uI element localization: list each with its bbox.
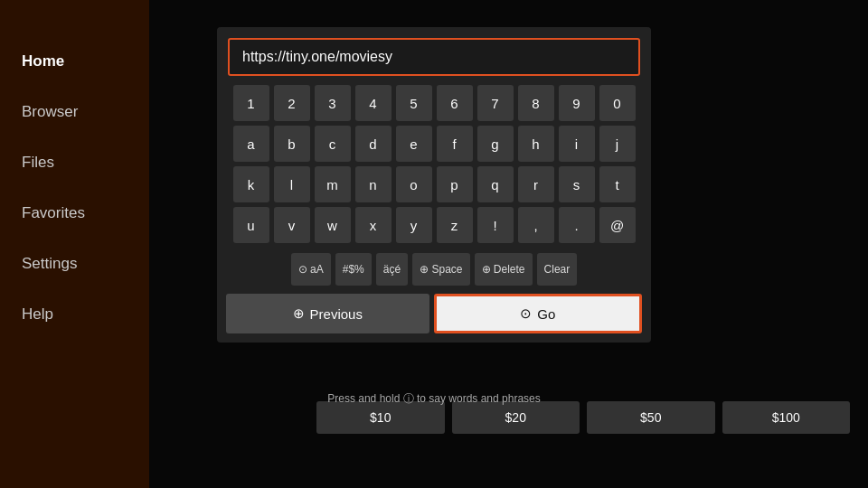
sidebar-item-settings[interactable]: Settings	[0, 239, 149, 289]
key-4[interactable]: 4	[355, 85, 392, 121]
key-l[interactable]: l	[274, 166, 310, 202]
key-3[interactable]: 3	[315, 85, 351, 121]
key-period[interactable]: .	[559, 207, 595, 243]
go-label: Go	[537, 306, 555, 322]
url-input[interactable]: https://tiny.one/moviesy	[228, 38, 640, 76]
sidebar-item-help[interactable]: Help	[0, 289, 149, 340]
key-k[interactable]: k	[233, 166, 269, 202]
space-key[interactable]: ⊕ Space	[412, 253, 469, 286]
go-button[interactable]: ⊙ Go	[434, 294, 643, 333]
key-exclaim[interactable]: !	[477, 207, 514, 243]
key-i[interactable]: i	[559, 126, 595, 162]
sidebar-item-favorites[interactable]: Favorites	[0, 188, 149, 239]
previous-button[interactable]: ⊕ Previous	[226, 294, 429, 333]
key-7[interactable]: 7	[477, 85, 514, 121]
key-d[interactable]: d	[355, 126, 392, 162]
key-at[interactable]: @	[599, 207, 636, 243]
go-icon: ⊙	[520, 305, 532, 322]
accents-key[interactable]: äçé	[376, 253, 408, 286]
delete-key[interactable]: ⊕ Delete	[475, 253, 533, 286]
keyboard-panel: https://tiny.one/moviesy 1 2 3 4 5 6 7 8…	[217, 27, 651, 343]
navigation-row: ⊕ Previous ⊙ Go	[217, 290, 651, 343]
main-content: $10 $20 $50 $100 https://tiny.one/movies…	[149, 0, 868, 488]
key-o[interactable]: o	[396, 166, 432, 202]
key-m[interactable]: m	[315, 166, 351, 202]
key-g[interactable]: g	[477, 126, 514, 162]
key-0[interactable]: 0	[599, 85, 636, 121]
row-uat: u v w x y z ! , . @	[226, 207, 642, 243]
key-a[interactable]: a	[233, 126, 269, 162]
sidebar-item-files[interactable]: Files	[0, 137, 149, 188]
key-q[interactable]: q	[477, 166, 514, 202]
key-y[interactable]: y	[396, 207, 432, 243]
key-f[interactable]: f	[437, 126, 473, 162]
key-2[interactable]: 2	[274, 85, 310, 121]
key-b[interactable]: b	[274, 126, 310, 162]
sidebar-item-home[interactable]: Home	[0, 36, 149, 87]
key-e[interactable]: e	[396, 126, 432, 162]
key-z[interactable]: z	[437, 207, 473, 243]
key-9[interactable]: 9	[559, 85, 595, 121]
row-kt: k l m n o p q r s t	[226, 166, 642, 202]
key-8[interactable]: 8	[518, 85, 554, 121]
key-p[interactable]: p	[437, 166, 473, 202]
caps-key[interactable]: ⊙ aA	[291, 253, 331, 286]
key-rows: 1 2 3 4 5 6 7 8 9 0 a b c d e f g h	[217, 85, 651, 253]
key-comma[interactable]: ,	[518, 207, 554, 243]
key-5[interactable]: 5	[396, 85, 432, 121]
key-c[interactable]: c	[315, 126, 351, 162]
key-w[interactable]: w	[315, 207, 351, 243]
previous-icon: ⊕	[293, 305, 305, 322]
row-aj: a b c d e f g h i j	[226, 126, 642, 162]
previous-label: Previous	[310, 306, 363, 322]
hint-text: Press and hold ⓘ to say words and phrase…	[217, 391, 651, 407]
key-1[interactable]: 1	[233, 85, 269, 121]
key-v[interactable]: v	[274, 207, 310, 243]
number-row: 1 2 3 4 5 6 7 8 9 0	[226, 85, 642, 121]
key-6[interactable]: 6	[437, 85, 473, 121]
clear-key[interactable]: Clear	[537, 253, 578, 286]
special-keys-row: ⊙ aA #$% äçé ⊕ Space ⊕ Delete Clear	[217, 253, 651, 286]
sidebar-item-browser[interactable]: Browser	[0, 87, 149, 137]
sidebar: Home Browser Files Favorites Settings He…	[0, 0, 149, 488]
donation-btn-100[interactable]: $100	[722, 401, 851, 434]
key-r[interactable]: r	[518, 166, 554, 202]
key-t[interactable]: t	[599, 166, 636, 202]
key-x[interactable]: x	[355, 207, 392, 243]
key-h[interactable]: h	[518, 126, 554, 162]
symbols-key[interactable]: #$%	[335, 253, 372, 286]
key-n[interactable]: n	[355, 166, 392, 202]
key-s[interactable]: s	[559, 166, 595, 202]
key-u[interactable]: u	[233, 207, 269, 243]
key-j[interactable]: j	[599, 126, 636, 162]
